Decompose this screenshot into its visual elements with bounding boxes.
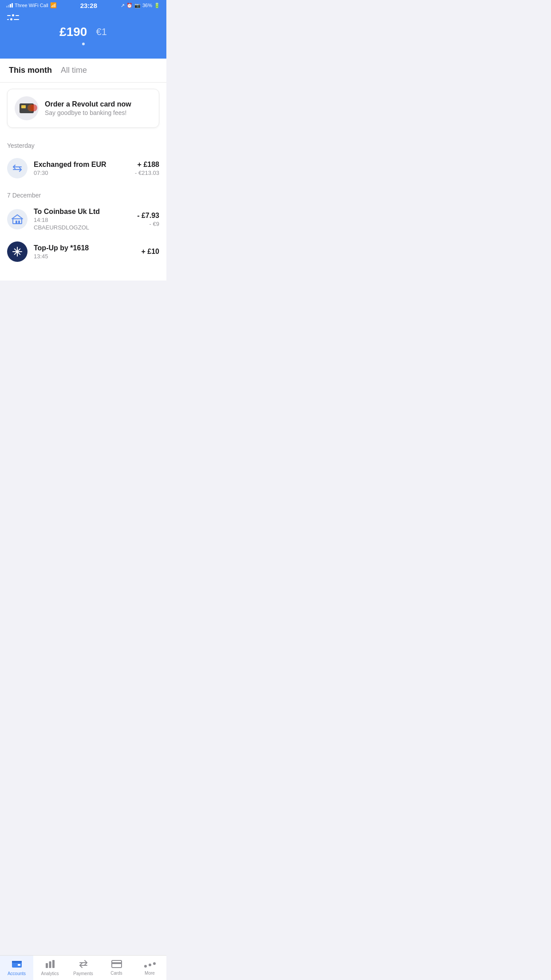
bluetooth-icon: 📷 — [134, 3, 141, 8]
transaction-coinbase-secondary: - €9 — [137, 221, 159, 227]
transaction-exchange-primary: + £188 — [135, 161, 159, 169]
clock: 23:28 — [80, 2, 97, 9]
bank-icon — [7, 209, 28, 229]
signal-icon — [6, 3, 13, 8]
alarm-icon: ⏰ — [126, 3, 133, 8]
promo-title: Order a Revolut card now — [45, 100, 131, 108]
section-7dec: 7 December — [0, 184, 166, 202]
transaction-coinbase-primary: - £7.93 — [137, 212, 159, 220]
transaction-exchange[interactable]: Exchanged from EUR 07:30 + £188 - €213.0… — [0, 153, 166, 184]
svg-rect-2 — [18, 221, 20, 224]
battery-icon: 🔋 — [154, 3, 160, 8]
transaction-coinbase-ref: CBAEURSDLOGZOL — [34, 224, 131, 231]
transaction-coinbase-info: To Coinbase Uk Ltd 14:18 CBAEURSDLOGZOL — [34, 208, 131, 231]
transaction-coinbase-amounts: - £7.93 - €9 — [137, 212, 159, 227]
svg-rect-1 — [16, 221, 17, 224]
exchange-icon — [7, 158, 28, 178]
battery-info: ↗ ⏰ 📷 36% 🔋 — [121, 3, 160, 8]
status-bar: Three WiFi Call 📶 23:28 ↗ ⏰ 📷 36% 🔋 — [0, 0, 166, 10]
carrier-name: Three WiFi Call — [15, 3, 48, 8]
main-content: This month All time Order a Revolut card… — [0, 59, 166, 281]
transaction-topup-time: 13:45 — [34, 253, 135, 260]
balance-eur: €1 — [96, 26, 106, 38]
transaction-topup-title: Top-Up by *1618 — [34, 244, 135, 252]
balance-gbp: £190 — [59, 25, 87, 39]
transaction-topup-primary: + £10 — [142, 248, 159, 256]
transaction-coinbase-title: To Coinbase Uk Ltd — [34, 208, 131, 216]
page-dot-indicator — [7, 43, 159, 45]
promo-text: Order a Revolut card now Say goodbye to … — [45, 100, 131, 116]
section-yesterday: Yesterday — [0, 134, 166, 153]
promo-card[interactable]: Order a Revolut card now Say goodbye to … — [7, 89, 159, 128]
tab-this-month[interactable]: This month — [9, 66, 52, 77]
wifi-icon: 📶 — [50, 2, 57, 8]
period-tabs: This month All time — [0, 59, 166, 83]
filter-icon[interactable] — [7, 14, 19, 20]
svg-point-3 — [16, 251, 19, 253]
header-section: £190 €1 — [0, 10, 166, 59]
promo-subtitle: Say goodbye to banking fees! — [45, 109, 131, 116]
transaction-exchange-title: Exchanged from EUR — [34, 161, 129, 169]
transaction-coinbase-time: 14:18 — [34, 217, 131, 223]
transaction-coinbase[interactable]: To Coinbase Uk Ltd 14:18 CBAEURSDLOGZOL … — [0, 202, 166, 236]
transaction-exchange-amounts: + £188 - €213.03 — [135, 161, 159, 176]
transaction-topup[interactable]: Top-Up by *1618 13:45 + £10 — [0, 236, 166, 267]
active-dot — [82, 43, 85, 45]
location-icon: ↗ — [121, 3, 125, 8]
battery-pct: 36% — [142, 3, 152, 8]
snowflake-icon — [7, 241, 28, 262]
balances-row: £190 €1 — [7, 25, 159, 39]
transaction-exchange-time: 07:30 — [34, 170, 129, 176]
transaction-exchange-secondary: - €213.03 — [135, 170, 159, 176]
transaction-topup-amounts: + £10 — [142, 248, 159, 256]
carrier-info: Three WiFi Call 📶 — [6, 2, 57, 8]
tab-all-time[interactable]: All time — [61, 66, 87, 77]
transaction-topup-info: Top-Up by *1618 13:45 — [34, 244, 135, 260]
header-controls — [7, 14, 159, 20]
transaction-exchange-info: Exchanged from EUR 07:30 — [34, 161, 129, 176]
promo-card-icon — [15, 96, 39, 120]
